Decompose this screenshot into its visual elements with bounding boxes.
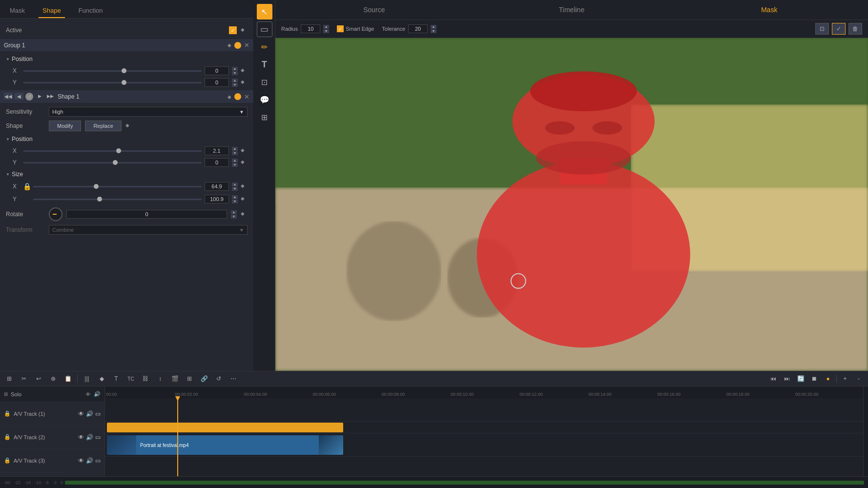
tl-btn-bars[interactable]: ||| (82, 373, 92, 384)
position-x-spin[interactable]: ▲ ▼ (232, 67, 238, 75)
shape-y-input[interactable] (205, 158, 229, 167)
rot-up[interactable]: ▲ (231, 210, 237, 214)
tl-btn-add[interactable]: ⊕ (48, 373, 59, 384)
sx-up[interactable]: ▲ (232, 147, 238, 151)
transform-tool[interactable]: ⊡ (257, 74, 272, 90)
av1-clip[interactable]: ▭ (95, 410, 101, 417)
sizex-up[interactable]: ▲ (232, 183, 238, 186)
shape1-cycle[interactable]: ↺ (25, 93, 33, 101)
shape1-play[interactable]: ▶ (35, 93, 44, 100)
shape1-prev[interactable]: ◀ (15, 93, 23, 100)
tl-btn-grid2[interactable]: ⊞ (184, 373, 195, 384)
shape-y-keyframe[interactable]: ◆ (241, 159, 248, 166)
tl-zoom-out[interactable]: - (853, 373, 864, 384)
tl-rec[interactable]: ● (823, 373, 833, 384)
smart-edge-group[interactable]: ✓ Smart Edge (337, 25, 374, 32)
size-section[interactable]: ▼ Size (6, 168, 248, 180)
shape-keyframe[interactable]: ◆ (125, 122, 132, 129)
tl-btn-film[interactable]: 🎬 (169, 373, 180, 384)
rotate-spin[interactable]: ▲ ▼ (231, 210, 237, 219)
replace-button[interactable]: Replace (85, 121, 121, 131)
active-checkbox[interactable]: ✓ (229, 26, 237, 34)
position-y-slider[interactable] (23, 82, 202, 83)
size-y-input[interactable] (205, 195, 229, 203)
tl-btn-cycle[interactable]: ↺ (213, 373, 224, 384)
tab-shape[interactable]: Shape (39, 4, 65, 18)
lock-icon[interactable]: 🔒 (23, 182, 30, 191)
av1-eye[interactable]: 👁 (78, 410, 84, 417)
av2-eye[interactable]: 👁 (78, 434, 84, 441)
position-x-slider[interactable] (23, 70, 202, 72)
active-keyframe[interactable]: ◆ (241, 27, 248, 34)
solo-eye[interactable]: 👁 (85, 391, 91, 397)
sizey-up[interactable]: ▲ (232, 195, 238, 199)
y-up[interactable]: ▲ (232, 79, 238, 82)
sizex-down[interactable]: ▼ (232, 187, 238, 191)
rect-tool[interactable]: ▭ (257, 21, 272, 37)
rotate-dial[interactable] (49, 207, 62, 221)
position-y-spin[interactable]: ▲ ▼ (232, 79, 238, 87)
tl-btn-copy[interactable]: 📋 (62, 373, 73, 384)
shape-y-spin[interactable]: ▲ ▼ (232, 159, 238, 167)
size-y-keyframe[interactable]: ◆ (241, 196, 248, 203)
av1-audio[interactable]: 🔊 (86, 410, 93, 417)
shape-x-spin[interactable]: ▲ ▼ (232, 147, 238, 155)
rotate-keyframe[interactable]: ◆ (241, 211, 248, 218)
transform-dropdown[interactable]: Combine ▼ (49, 225, 248, 235)
size-x-spin[interactable]: ▲ ▼ (232, 183, 238, 191)
pointer-tool[interactable]: ↖ (257, 4, 272, 20)
tab-mask-view[interactable]: Mask (670, 0, 868, 20)
tol-up[interactable]: ▲ (431, 25, 436, 29)
mask-view-btn1[interactable]: ⊡ (815, 23, 829, 35)
playhead[interactable] (177, 398, 178, 476)
size-x-slider[interactable] (33, 186, 202, 187)
tol-down[interactable]: ▼ (431, 29, 436, 33)
size-x-input[interactable] (205, 182, 229, 191)
py-up[interactable]: ▲ (232, 159, 238, 163)
tl-stop[interactable]: ⏹ (809, 373, 820, 384)
shape-x-input[interactable] (205, 146, 229, 155)
position-section[interactable]: ▼ Position (6, 53, 248, 65)
tl-play-loop[interactable]: 🔄 (795, 373, 806, 384)
tl-btn-TC[interactable]: TC (125, 373, 136, 384)
shape-x-keyframe[interactable]: ◆ (241, 147, 248, 154)
radius-down[interactable]: ▼ (323, 29, 329, 33)
shape-y-slider[interactable] (23, 162, 202, 163)
size-x-keyframe[interactable]: ◆ (241, 183, 248, 190)
rotate-input[interactable] (66, 210, 227, 219)
tl-btn-chain[interactable]: ⛓ (140, 373, 151, 384)
av3-clip[interactable]: ▭ (95, 457, 101, 464)
group1-delete[interactable]: ✕ (244, 41, 249, 49)
tl-btn-T[interactable]: T (111, 373, 122, 384)
modify-button[interactable]: Modify (49, 121, 81, 131)
blue-clip[interactable]: Portrait at festival.mp4 (107, 435, 343, 455)
shape-x-slider[interactable] (23, 150, 202, 152)
y-down[interactable]: ▼ (232, 83, 238, 87)
tl-play-start[interactable]: ⏮ (768, 373, 779, 384)
tl-btn-undo[interactable]: ↩ (33, 373, 44, 384)
tl-btn-vol[interactable]: ↕ (155, 373, 165, 384)
sizey-down[interactable]: ▼ (232, 200, 238, 203)
v-scrollbar[interactable] (863, 386, 868, 476)
tab-timeline[interactable]: Timeline (473, 0, 671, 20)
tl-btn-more[interactable]: ⋯ (228, 373, 239, 384)
shape1-keyframe[interactable]: ◆ (227, 94, 231, 100)
av3-audio[interactable]: 🔊 (86, 457, 93, 464)
x-up[interactable]: ▲ (232, 67, 238, 71)
size-y-spin[interactable]: ▲ ▼ (232, 195, 238, 203)
text-tool[interactable]: T (257, 57, 272, 72)
mask-view-btn2[interactable]: ✓ (832, 23, 846, 35)
tl-btn-marker[interactable]: ◆ (96, 373, 107, 384)
radius-up[interactable]: ▲ (323, 25, 329, 29)
tl-btn-grid[interactable]: ⊞ (4, 373, 15, 384)
tolerance-input[interactable] (408, 24, 428, 33)
size-y-slider[interactable] (33, 199, 202, 200)
sensitivity-dropdown[interactable]: High ▼ (49, 107, 248, 117)
radius-spin[interactable]: ▲ ▼ (323, 25, 329, 33)
av3-eye[interactable]: 👁 (78, 457, 84, 464)
rot-down[interactable]: ▼ (231, 215, 237, 219)
yellow-clip[interactable] (107, 423, 343, 432)
tl-zoom-in[interactable]: + (840, 373, 850, 384)
group1-keyframe[interactable]: ◆ (227, 42, 231, 48)
speech-tool[interactable]: 💬 (257, 92, 272, 107)
